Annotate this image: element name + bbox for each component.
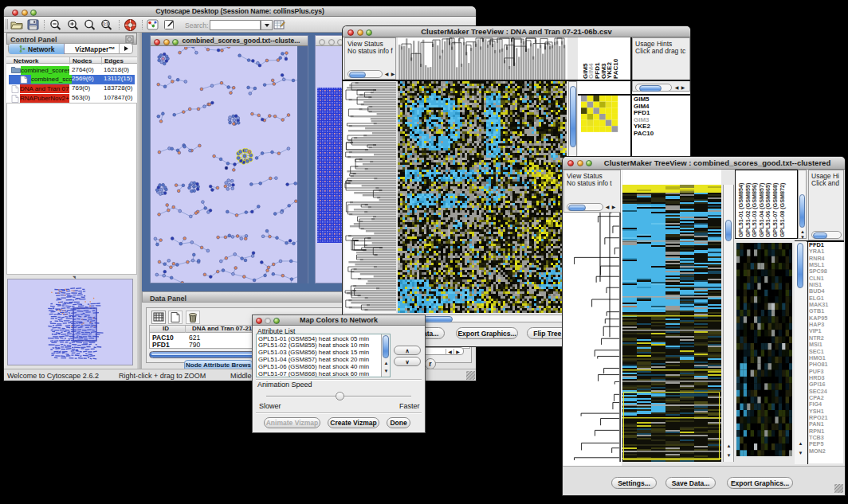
svg-text:1:1: 1:1 [103, 21, 108, 26]
